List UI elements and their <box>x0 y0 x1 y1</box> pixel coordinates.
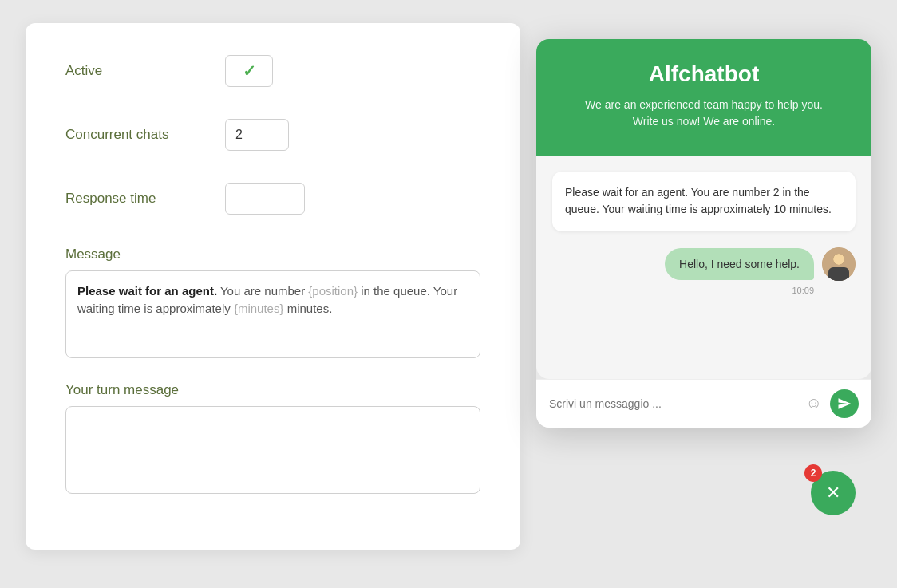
send-button[interactable] <box>830 389 859 418</box>
message-timestamp: 10:09 <box>552 286 814 295</box>
active-label: Active <box>65 63 225 79</box>
user-avatar <box>822 247 856 281</box>
message-text-part: You are number <box>220 284 308 298</box>
concurrent-chats-input[interactable]: 2 <box>225 119 289 151</box>
avatar-svg <box>822 247 856 281</box>
chat-input-row: ☺ <box>536 379 871 428</box>
subtitle-line1: We are an experienced team happy to help… <box>585 98 823 111</box>
your-turn-label: Your turn message <box>65 382 480 398</box>
chatbot-title: Alfchatbot <box>555 61 852 87</box>
form-panel: Active ✓ Concurrent chats 2 Response tim… <box>26 23 520 550</box>
response-time-label: Response time <box>65 191 225 207</box>
check-icon: ✓ <box>243 61 256 81</box>
subtitle-line2: Write us now! We are online. <box>633 115 775 128</box>
concurrent-chats-label: Concurrent chats <box>65 127 225 143</box>
chat-input[interactable] <box>549 397 798 410</box>
user-message-row: Hello, I need some help. <box>552 247 856 281</box>
chat-close-button[interactable]: 2 ✕ <box>811 471 856 515</box>
notification-badge: 2 <box>804 464 822 482</box>
message-var-minutes: {minutes} <box>234 302 284 315</box>
message-section: Message Please wait for an agent. You ar… <box>65 247 480 358</box>
message-var-position: {position} <box>308 284 358 298</box>
user-message-bubble: Hello, I need some help. <box>665 248 814 280</box>
chatbot-subtitle: We are an experienced team happy to help… <box>555 97 852 130</box>
message-bold-part: Please wait for an agent. <box>77 284 217 298</box>
message-label: Message <box>65 247 480 262</box>
chat-header: Alfchatbot We are an experienced team ha… <box>536 39 871 156</box>
send-icon <box>837 397 852 411</box>
message-minutes-part: minutes. <box>283 302 332 315</box>
bot-message-text: Please wait for an agent. You are number… <box>565 186 832 216</box>
message-textarea[interactable]: Please wait for an agent. You are number… <box>65 270 480 358</box>
svg-point-3 <box>833 254 844 265</box>
chat-widget: Alfchatbot We are an experienced team ha… <box>536 39 871 428</box>
active-checkbox[interactable]: ✓ <box>225 55 273 87</box>
bot-message-bubble: Please wait for an agent. You are number… <box>552 172 856 231</box>
emoji-icon[interactable]: ☺ <box>806 394 822 412</box>
svg-rect-4 <box>828 267 849 281</box>
close-icon: ✕ <box>826 484 840 502</box>
response-time-row: Response time <box>65 183 480 215</box>
chat-body: Please wait for an agent. You are number… <box>536 156 871 379</box>
user-message-text: Hello, I need some help. <box>679 258 800 270</box>
active-row: Active ✓ <box>65 55 480 87</box>
response-time-input[interactable] <box>225 183 305 215</box>
your-turn-section: Your turn message <box>65 382 480 494</box>
concurrent-chats-row: Concurrent chats 2 <box>65 119 480 151</box>
your-turn-textarea[interactable] <box>65 406 480 494</box>
